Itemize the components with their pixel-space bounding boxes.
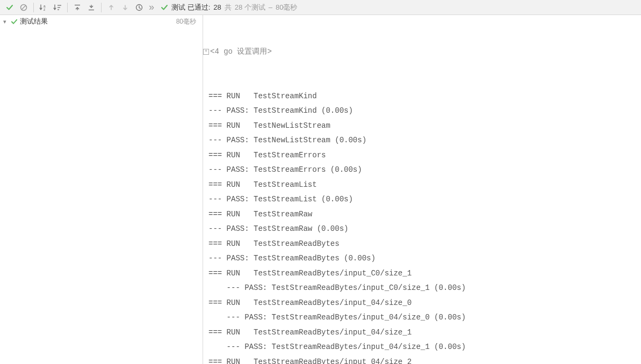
- arrow-down-icon: [121, 4, 129, 11]
- console-line: === RUN TestStreamReadBytes/input_04/siz…: [203, 325, 641, 340]
- console-line: --- PASS: TestStreamRaw (0.00s): [203, 222, 641, 237]
- status-total-prefix: 共: [225, 3, 232, 12]
- toolbar-separator: [67, 3, 68, 12]
- toolbar-separator: [33, 3, 34, 12]
- sort-duration-icon: [53, 4, 62, 11]
- status-sep: –: [269, 3, 272, 11]
- console-line: === RUN TestStreamRaw: [203, 207, 641, 222]
- history-button[interactable]: [133, 1, 146, 14]
- status-count: 28: [213, 3, 221, 11]
- console-line: --- PASS: TestStreamReadBytes/input_C0/s…: [203, 281, 641, 296]
- chevron-down-icon[interactable]: ▾: [3, 18, 11, 25]
- console-line: === RUN TestStreamReadBytes/input_C0/siz…: [203, 266, 641, 281]
- toolbar-separator: [101, 3, 102, 12]
- arrow-up-icon: [107, 4, 115, 11]
- console-output[interactable]: +<4 go 设置调用> === RUN TestStreamKind--- P…: [203, 15, 641, 364]
- tree-root-time: 80毫秒: [176, 17, 199, 26]
- expand-icon: [88, 4, 95, 11]
- console-line: === RUN TestStreamErrors: [203, 148, 641, 163]
- overflow-indicator: »: [149, 2, 154, 13]
- sort-duration-button[interactable]: [51, 1, 64, 14]
- console-line: --- PASS: TestStreamErrors (0.00s): [203, 163, 641, 178]
- test-tree[interactable]: ▾ 测试结果 80毫秒: [0, 15, 203, 364]
- fold-expand-icon[interactable]: +: [203, 49, 209, 55]
- check-icon: [6, 4, 13, 11]
- status-line: 测试 已通过: 28共 28 个测试 – 80毫秒: [161, 3, 297, 12]
- show-ignored-button[interactable]: [17, 1, 30, 14]
- main-area: ▾ 测试结果 80毫秒 +<4 go 设置调用> === RUN TestStr…: [0, 15, 641, 364]
- check-icon: [161, 4, 168, 11]
- sort-alpha-button[interactable]: az: [37, 1, 50, 14]
- clock-icon: [135, 4, 143, 11]
- svg-line-1: [22, 5, 26, 9]
- expand-all-button[interactable]: [85, 1, 98, 14]
- status-time: 80毫秒: [276, 3, 297, 12]
- collapse-icon: [74, 4, 81, 11]
- next-failed-button[interactable]: [119, 1, 132, 14]
- test-toolbar: az » 测试 已通过: 28共 28 个测试 – 80毫秒: [0, 0, 641, 15]
- console-line: === RUN TestStreamReadBytes/input_04/siz…: [203, 355, 641, 365]
- console-line: --- PASS: TestStreamList (0.00s): [203, 192, 641, 207]
- tree-root-label: 测试结果: [20, 17, 176, 26]
- status-total: 28 个测试: [235, 3, 265, 12]
- tree-root-row[interactable]: ▾ 测试结果 80毫秒: [0, 15, 203, 28]
- console-line: === RUN TestStreamReadBytes: [203, 237, 641, 252]
- show-passed-button[interactable]: [3, 1, 16, 14]
- console-line: === RUN TestStreamList: [203, 178, 641, 193]
- collapse-all-button[interactable]: [71, 1, 84, 14]
- setup-fold-line[interactable]: +<4 go 设置调用>: [203, 45, 641, 60]
- console-line: === RUN TestStreamKind: [203, 89, 641, 104]
- console-line: --- PASS: TestStreamKind (0.00s): [203, 104, 641, 119]
- console-line: --- PASS: TestStreamReadBytes (0.00s): [203, 251, 641, 266]
- console-line: --- PASS: TestNewListStream (0.00s): [203, 133, 641, 148]
- console-line: --- PASS: TestStreamReadBytes/input_04/s…: [203, 340, 641, 355]
- svg-text:z: z: [44, 8, 46, 11]
- console-line: === RUN TestStreamReadBytes/input_04/siz…: [203, 296, 641, 311]
- cancel-icon: [20, 4, 27, 11]
- status-prefix: 测试 已通过:: [171, 3, 210, 12]
- console-line: === RUN TestNewListStream: [203, 119, 641, 134]
- sort-alpha-icon: az: [39, 4, 48, 11]
- check-icon: [11, 18, 18, 25]
- prev-failed-button[interactable]: [105, 1, 118, 14]
- console-line: --- PASS: TestStreamReadBytes/input_04/s…: [203, 310, 641, 325]
- setup-text: <4 go 设置调用>: [210, 45, 272, 60]
